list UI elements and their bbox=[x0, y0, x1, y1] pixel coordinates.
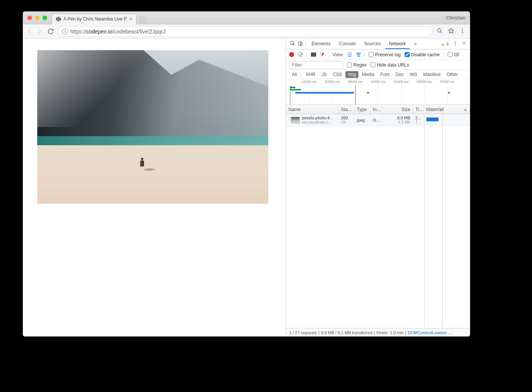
col-name[interactable]: Name bbox=[286, 105, 339, 114]
reload-button[interactable] bbox=[47, 28, 54, 35]
filter-toggle-icon[interactable]: ⧩ bbox=[320, 51, 325, 58]
col-waterfall[interactable]: Waterfall ▲ bbox=[424, 105, 470, 114]
hero-image bbox=[37, 50, 268, 204]
network-table-body: pexels-photo-4… res.cloudinary.c… 200 OK… bbox=[286, 114, 470, 328]
svg-point-12 bbox=[455, 41, 456, 42]
type-js[interactable]: JS bbox=[319, 71, 329, 78]
devtools-close-icon[interactable] bbox=[462, 41, 466, 47]
menu-icon[interactable] bbox=[459, 28, 466, 35]
back-button[interactable] bbox=[26, 28, 33, 35]
type-css[interactable]: CSS bbox=[330, 71, 345, 78]
request-domain: res.cloudinary.c… bbox=[302, 120, 334, 124]
type-media[interactable]: Media bbox=[359, 71, 377, 78]
network-table-header: Name Sta… Type In… Size Ti… Waterfall ▲ bbox=[286, 105, 470, 114]
close-window-button[interactable] bbox=[27, 16, 32, 20]
svg-point-8 bbox=[462, 32, 463, 33]
sort-asc-icon: ▲ bbox=[464, 107, 467, 111]
col-time[interactable]: Ti… bbox=[413, 105, 424, 114]
minimize-window-button[interactable] bbox=[35, 16, 40, 20]
address-bar[interactable]: i https://codepen.io/codebeast/live/ZJpq… bbox=[58, 26, 433, 37]
preserve-log-checkbox[interactable]: Preserve log bbox=[369, 52, 401, 57]
svg-point-3 bbox=[437, 29, 441, 32]
request-thumbnail bbox=[291, 117, 300, 124]
type-filters: All XHR JS CSS Img Media Font Doc WS Man… bbox=[286, 70, 470, 79]
type-img[interactable]: Img bbox=[345, 71, 358, 78]
tab-title: A Pen by Chris Nwamba Live P bbox=[63, 16, 127, 22]
browser-window: A Pen by Chris Nwamba Live P × Christian… bbox=[23, 11, 470, 336]
view-label: View: bbox=[332, 52, 344, 57]
network-filter-row: Regex Hide data URLs bbox=[286, 60, 470, 70]
type-manifest[interactable]: Manifest bbox=[421, 71, 443, 78]
type-all[interactable]: All bbox=[289, 71, 299, 78]
network-controls: ⧩ View: ☰ Preserve log Disable cache Of bbox=[286, 49, 470, 60]
table-row[interactable]: pexels-photo-4… res.cloudinary.c… 200 OK… bbox=[286, 114, 470, 126]
new-tab-button[interactable] bbox=[139, 16, 147, 23]
col-size[interactable]: Size bbox=[383, 105, 413, 114]
type-other[interactable]: Other bbox=[444, 71, 461, 78]
type-doc[interactable]: Doc bbox=[393, 71, 406, 78]
type-xhr[interactable]: XHR bbox=[303, 71, 318, 78]
devtools-settings-icon[interactable] bbox=[453, 41, 458, 47]
main-split: Elements Console Sources Network » ▲ 4 bbox=[23, 39, 470, 336]
profile-label[interactable]: Christian bbox=[442, 15, 470, 21]
domcontentloaded-link[interactable]: DOMContentLoaded: … bbox=[408, 330, 453, 335]
type-font[interactable]: Font bbox=[378, 71, 392, 78]
toolbar-right bbox=[437, 28, 467, 35]
svg-point-6 bbox=[462, 29, 463, 30]
svg-point-7 bbox=[462, 30, 463, 32]
page-viewport bbox=[23, 39, 286, 336]
svg-marker-5 bbox=[448, 28, 453, 33]
url-text: https://codepen.io/codebeast/live/ZJpqrJ bbox=[70, 29, 166, 35]
offline-checkbox[interactable]: Of bbox=[448, 52, 459, 57]
site-info-icon[interactable]: i bbox=[62, 29, 68, 35]
inspect-element-icon[interactable] bbox=[290, 41, 295, 47]
tab-bar: A Pen by Chris Nwamba Live P × Christian bbox=[23, 11, 470, 24]
request-name: pexels-photo-4… bbox=[302, 116, 334, 120]
waterfall-background bbox=[424, 126, 470, 328]
svg-point-14 bbox=[455, 44, 456, 45]
capture-screenshots-icon[interactable] bbox=[311, 52, 316, 57]
type-ws[interactable]: WS bbox=[407, 71, 420, 78]
toolbar: i https://codepen.io/codebeast/live/ZJpq… bbox=[23, 24, 470, 39]
view-large-icon[interactable]: ☰ bbox=[347, 52, 352, 58]
maximize-window-button[interactable] bbox=[43, 16, 47, 20]
view-waterfall-icon[interactable] bbox=[356, 53, 361, 57]
col-type[interactable]: Type bbox=[355, 105, 370, 114]
codepen-favicon-icon bbox=[56, 16, 61, 22]
regex-checkbox[interactable]: Regex bbox=[347, 62, 367, 68]
hide-data-urls-checkbox[interactable]: Hide data URLs bbox=[370, 62, 409, 68]
col-status[interactable]: Sta… bbox=[339, 105, 355, 114]
timeline-ticks: 10000 ms 20000 ms 30000 ms 40000 ms 5000… bbox=[286, 79, 470, 85]
browser-tab[interactable]: A Pen by Chris Nwamba Live P × bbox=[52, 14, 136, 24]
tab-elements[interactable]: Elements bbox=[308, 39, 334, 49]
svg-point-13 bbox=[455, 43, 456, 44]
filter-input[interactable] bbox=[289, 61, 343, 69]
device-toolbar-icon[interactable] bbox=[298, 41, 303, 47]
tab-sources[interactable]: Sources bbox=[360, 39, 385, 49]
svg-rect-10 bbox=[298, 41, 301, 46]
forward-button[interactable] bbox=[36, 28, 43, 35]
record-button[interactable] bbox=[289, 52, 294, 57]
bookmark-star-icon[interactable] bbox=[448, 28, 454, 35]
disable-cache-checkbox[interactable]: Disable cache bbox=[405, 52, 440, 57]
network-status-bar: 1 / 27 requests | 8.9 MB / 9.1 MB transf… bbox=[286, 328, 470, 336]
window-controls bbox=[23, 16, 52, 20]
clear-button[interactable] bbox=[298, 52, 303, 57]
col-initiator[interactable]: In… bbox=[370, 105, 383, 114]
devtools-tabs: Elements Console Sources Network » ▲ 4 bbox=[286, 39, 470, 49]
tab-console[interactable]: Console bbox=[335, 39, 359, 49]
warnings-badge[interactable]: ▲ 4 bbox=[440, 41, 449, 47]
tabs-overflow[interactable]: » bbox=[410, 39, 421, 49]
zoom-icon[interactable] bbox=[437, 28, 443, 35]
close-tab-icon[interactable]: × bbox=[129, 16, 132, 22]
tab-network[interactable]: Network bbox=[385, 39, 410, 49]
svg-line-4 bbox=[440, 32, 442, 33]
timeline-overview[interactable]: 10000 ms 20000 ms 30000 ms 40000 ms 5000… bbox=[286, 79, 470, 105]
warning-icon: ▲ bbox=[440, 41, 445, 47]
devtools-panel: Elements Console Sources Network » ▲ 4 bbox=[286, 39, 470, 336]
